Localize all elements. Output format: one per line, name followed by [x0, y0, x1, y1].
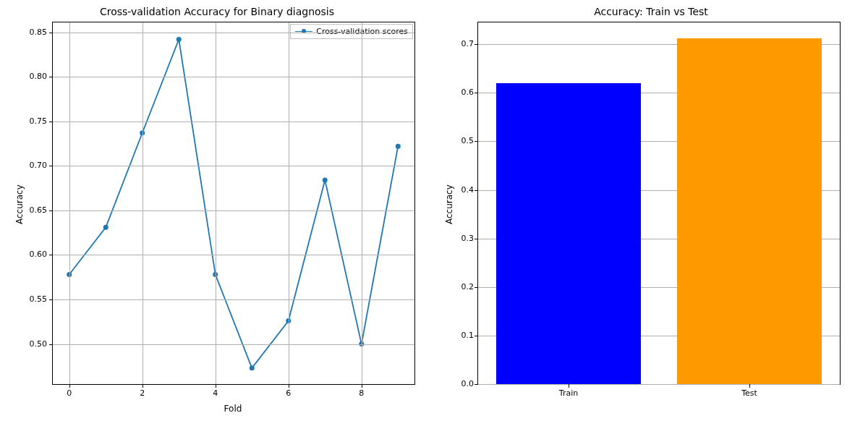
x-tick-label: 4: [201, 388, 230, 398]
bar-chart-panel: Accuracy: Train vs Test Accuracy 0.00.10…: [434, 0, 868, 434]
tick-mark: [49, 166, 53, 166]
gridline-h: [53, 210, 414, 211]
y-tick-label: 0.4: [445, 185, 474, 195]
y-axis-label: Accuracy: [14, 184, 25, 224]
y-tick-label: 0.50: [18, 339, 47, 349]
tick-mark: [216, 384, 216, 388]
tick-mark: [475, 141, 478, 142]
tick-mark: [475, 384, 478, 385]
gridline-h: [478, 384, 840, 385]
tick-mark: [69, 384, 70, 388]
figure: Cross-validation Accuracy for Binary dia…: [0, 0, 868, 434]
gridline-h: [53, 122, 414, 122]
tick-mark: [49, 210, 53, 211]
y-tick-label: 0.1: [445, 331, 474, 340]
tick-mark: [475, 239, 478, 239]
tick-mark: [49, 344, 53, 345]
gridline-h: [53, 77, 414, 77]
x-axis-label: Fold: [52, 404, 414, 414]
tick-mark: [475, 93, 478, 93]
x-tick-label: 6: [274, 388, 303, 398]
bar: [496, 83, 641, 384]
tick-mark: [142, 384, 143, 388]
tick-mark: [569, 384, 569, 388]
y-tick-label: 0.70: [18, 161, 47, 170]
x-tick-label: Test: [735, 388, 764, 398]
tick-mark: [362, 384, 362, 388]
y-tick-label: 0.75: [18, 116, 47, 126]
gridline-h: [53, 166, 414, 166]
data-point: [176, 37, 182, 42]
y-tick-label: 0.3: [445, 234, 474, 243]
x-tick-label: 0: [55, 388, 84, 398]
gridline-v: [69, 22, 70, 384]
gridline-v: [289, 22, 289, 384]
y-tick-label: 0.5: [445, 136, 474, 145]
y-tick-label: 0.6: [445, 88, 474, 97]
y-tick-label: 0.2: [445, 282, 474, 292]
tick-mark: [475, 190, 478, 191]
bar: [677, 38, 822, 384]
tick-mark: [49, 77, 53, 77]
data-point: [323, 177, 328, 182]
tick-mark: [49, 33, 53, 33]
tick-mark: [49, 122, 53, 122]
y-tick-label: 0.65: [18, 205, 47, 215]
gridline-v: [142, 22, 143, 384]
tick-mark: [49, 255, 53, 255]
y-tick-label: 0.85: [18, 27, 47, 37]
y-tick-label: 0.55: [18, 294, 47, 304]
tick-mark: [475, 44, 478, 45]
x-tick-label: 8: [347, 388, 376, 398]
tick-mark: [475, 336, 478, 336]
gridline-h: [53, 255, 414, 255]
y-tick-label: 0.80: [18, 72, 47, 81]
y-tick-label: 0.0: [445, 379, 474, 388]
chart-title: Cross-validation Accuracy for Binary dia…: [0, 6, 434, 17]
chart-title: Accuracy: Train vs Test: [434, 6, 868, 17]
gridline-h: [53, 299, 414, 300]
data-point: [396, 144, 401, 149]
y-tick-label: 0.60: [18, 250, 47, 259]
data-point: [250, 365, 255, 370]
gridline-h: [53, 344, 414, 345]
line-plot-area: Cross-validation scores 0.500.550.600.65…: [52, 22, 415, 385]
x-tick-label: Train: [554, 388, 583, 398]
line-chart-panel: Cross-validation Accuracy for Binary dia…: [0, 0, 434, 434]
gridline-h: [53, 33, 414, 33]
line-path: [69, 39, 399, 367]
tick-mark: [289, 384, 289, 388]
gridline-v: [362, 22, 362, 384]
gridline-v: [216, 22, 216, 384]
bar-plot-area: 0.00.10.20.30.40.50.60.7TrainTest: [477, 22, 841, 385]
tick-mark: [475, 287, 478, 288]
data-point: [103, 225, 109, 230]
y-tick-label: 0.7: [445, 39, 474, 48]
tick-mark: [749, 384, 750, 388]
tick-mark: [49, 299, 53, 300]
x-tick-label: 2: [128, 388, 157, 398]
